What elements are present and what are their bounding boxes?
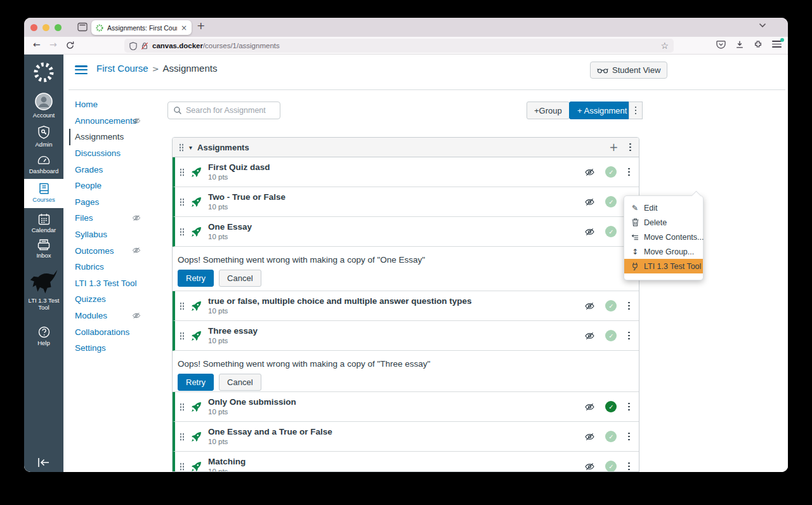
row-kebab-menu-button[interactable]: [627, 461, 631, 471]
assignment-title-link[interactable]: Matching: [208, 457, 246, 466]
breadcrumb-course-link[interactable]: First Course: [96, 63, 148, 74]
close-window-button[interactable]: [30, 24, 37, 31]
tab-close-icon[interactable]: ×: [181, 23, 187, 32]
row-kebab-menu-button[interactable]: [627, 402, 631, 412]
assignment-title-link[interactable]: Two - True or False: [208, 193, 285, 202]
published-check-icon[interactable]: ✓: [605, 196, 617, 207]
course-nav-assignments[interactable]: Assignments: [69, 129, 170, 145]
drag-handle-icon[interactable]: [180, 227, 185, 237]
global-nav-calendar[interactable]: Calendar: [24, 213, 63, 233]
course-nav-pages[interactable]: Pages: [75, 194, 170, 211]
tab-list-chevron-icon[interactable]: [759, 23, 766, 28]
cancel-button[interactable]: Cancel: [219, 270, 261, 287]
assignment-title-link[interactable]: One Essay: [208, 223, 252, 232]
collapse-nav-button[interactable]: [24, 457, 63, 468]
visibility-off-icon[interactable]: [584, 301, 595, 311]
published-check-icon[interactable]: ✓: [605, 226, 617, 237]
canvas-logo[interactable]: [24, 61, 63, 85]
course-nav-lti-test-tool[interactable]: LTI 1.3 Test Tool: [75, 275, 170, 292]
global-nav-courses[interactable]: Courses: [24, 179, 63, 208]
cancel-button[interactable]: Cancel: [219, 374, 261, 391]
retry-button[interactable]: Retry: [178, 374, 214, 391]
back-button[interactable]: ←: [33, 39, 41, 49]
url-bar[interactable]: canvas.docker/courses/1/assignments ☆: [124, 39, 674, 53]
global-nav-account[interactable]: Account: [24, 93, 63, 119]
global-nav-help[interactable]: Help: [24, 326, 63, 346]
published-check-icon[interactable]: ✓: [605, 461, 617, 472]
drag-handle-icon[interactable]: [180, 301, 185, 311]
group-kebab-menu-button[interactable]: [628, 142, 632, 152]
student-view-button[interactable]: Student View: [590, 62, 667, 79]
published-check-icon[interactable]: ✓: [605, 330, 617, 341]
extensions-icon[interactable]: [754, 40, 763, 49]
published-check-icon[interactable]: ✓: [605, 166, 617, 178]
minimize-window-button[interactable]: [43, 24, 49, 31]
course-nav-modules[interactable]: Modules: [75, 308, 170, 324]
pocket-icon[interactable]: [716, 40, 726, 49]
new-tab-button[interactable]: +: [197, 20, 205, 32]
shield-icon[interactable]: [129, 42, 137, 50]
row-kebab-menu-button[interactable]: [627, 301, 631, 311]
assignment-title-link[interactable]: First Quiz dasd: [208, 163, 270, 172]
visibility-off-icon[interactable]: [584, 432, 595, 442]
published-check-icon[interactable]: ✓: [605, 431, 617, 442]
drag-handle-icon[interactable]: [180, 167, 185, 177]
drag-handle-icon[interactable]: [180, 197, 185, 207]
app-menu-icon[interactable]: [772, 41, 782, 48]
course-nav-files[interactable]: Files: [75, 210, 170, 226]
course-nav-quizzes[interactable]: Quizzes: [75, 291, 170, 308]
browser-sidebar-toggle-icon[interactable]: [77, 22, 88, 32]
drag-handle-icon[interactable]: [180, 432, 185, 442]
assignment-title-link[interactable]: One Essay and a True or False: [208, 428, 332, 436]
toolbar-kebab-menu-button[interactable]: [629, 102, 643, 119]
menu-item-lti-test-tool[interactable]: LTI 1.3 Test Tool: [624, 259, 703, 273]
drag-handle-icon[interactable]: [180, 331, 185, 341]
published-check-icon[interactable]: ✓: [605, 401, 617, 412]
course-nav-announcements[interactable]: Announcements: [75, 113, 170, 129]
course-nav-hamburger-icon[interactable]: [75, 65, 88, 75]
assignment-title-link[interactable]: Three essay: [208, 327, 258, 336]
bookmark-star-icon[interactable]: ☆: [660, 41, 669, 51]
add-assignment-to-group-icon[interactable]: +: [609, 141, 618, 154]
global-nav-lti-tool[interactable]: LTI 1.3 Test Tool: [24, 269, 63, 311]
assignment-title-link[interactable]: true or false, multiple choice and multi…: [208, 297, 472, 306]
drag-handle-icon[interactable]: [180, 462, 185, 471]
drag-handle-icon[interactable]: [180, 402, 185, 412]
row-kebab-menu-button[interactable]: [627, 431, 631, 442]
course-nav-rubrics[interactable]: Rubrics: [75, 259, 170, 275]
collapse-group-triangle-icon[interactable]: ▾: [189, 144, 192, 151]
course-nav-grades[interactable]: Grades: [75, 161, 170, 178]
global-nav-dashboard[interactable]: Dashboard: [24, 154, 63, 174]
search-input[interactable]: [186, 106, 275, 115]
visibility-off-icon[interactable]: [584, 331, 595, 341]
course-nav-people[interactable]: People: [75, 178, 170, 194]
drag-handle-icon[interactable]: [179, 143, 184, 152]
course-nav-home[interactable]: Home: [75, 96, 170, 113]
assignment-title-link[interactable]: Only One submission: [208, 398, 296, 407]
visibility-off-icon[interactable]: [584, 402, 595, 412]
menu-item-move-contents[interactable]: Move Contents...: [624, 230, 703, 244]
add-assignment-button[interactable]: + Assignment: [569, 102, 635, 119]
row-kebab-menu-button[interactable]: [627, 167, 631, 177]
add-group-button[interactable]: +Group: [527, 102, 570, 119]
course-nav-discussions[interactable]: Discussions: [75, 145, 170, 162]
menu-item-move-group[interactable]: ↕ Move Group...: [624, 244, 703, 259]
zoom-window-button[interactable]: [55, 24, 62, 31]
course-nav-syllabus[interactable]: Syllabus: [75, 226, 170, 243]
menu-item-edit[interactable]: ✎ Edit: [624, 200, 703, 215]
global-nav-inbox[interactable]: Inbox: [24, 239, 63, 259]
published-check-icon[interactable]: ✓: [605, 300, 617, 312]
downloads-icon[interactable]: [735, 40, 744, 49]
visibility-off-icon[interactable]: [584, 462, 595, 471]
global-nav-admin[interactable]: Admin: [24, 126, 63, 148]
visibility-off-icon[interactable]: [584, 197, 595, 207]
reload-button[interactable]: [66, 41, 74, 49]
course-nav-outcomes[interactable]: Outcomes: [75, 242, 170, 259]
menu-item-delete[interactable]: Delete: [624, 215, 703, 230]
course-nav-settings[interactable]: Settings: [75, 340, 170, 357]
browser-tab[interactable]: Assignments: First Course ×: [91, 20, 192, 35]
visibility-off-icon[interactable]: [584, 227, 595, 237]
course-nav-collaborations[interactable]: Collaborations: [75, 324, 170, 340]
row-kebab-menu-button[interactable]: [627, 331, 631, 341]
visibility-off-icon[interactable]: [584, 167, 595, 177]
